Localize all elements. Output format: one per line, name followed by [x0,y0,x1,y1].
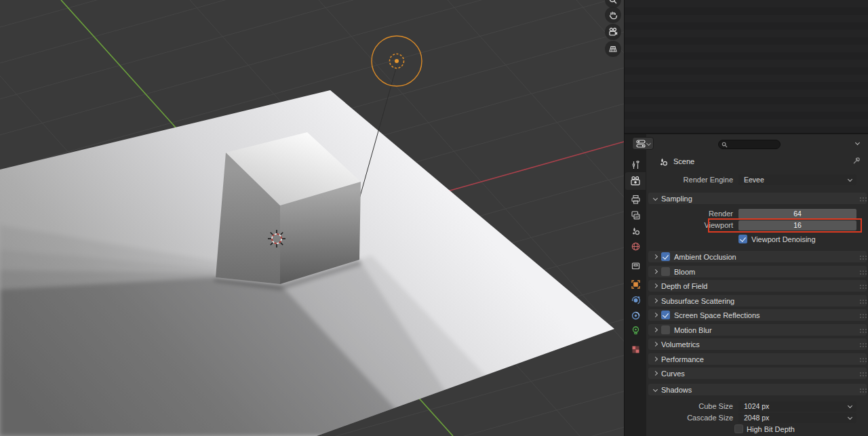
search-input[interactable] [730,141,777,148]
cube-size-value: 1024 px [744,402,769,410]
tab-world[interactable] [625,238,646,254]
panel-drag-handle[interactable] [860,271,861,272]
section-title: Shadows [661,386,692,394]
high-bit-depth-checkbox[interactable] [734,424,743,433]
panel-drag-handle[interactable] [860,358,861,359]
search-box[interactable] [718,140,781,149]
section-title: Performance [661,355,704,363]
viewport-denoising-checkbox[interactable] [738,235,747,243]
collection-box-icon [631,260,641,271]
light-bulb-icon [631,325,641,336]
tab-object-data-light[interactable] [625,322,646,338]
ambient-occlusion-checkbox[interactable] [661,252,670,261]
expand-icon [653,196,658,201]
tab-tool[interactable] [625,157,646,173]
expand-icon [653,371,658,376]
pan-hand-icon [608,10,618,20]
orthographic-toggle-button[interactable] [605,41,621,57]
tab-output[interactable] [625,191,646,207]
tab-object[interactable] [625,276,646,292]
chevron-down-icon [848,403,852,408]
expand-icon [653,387,658,392]
section-volumetrics[interactable]: Volumetrics [648,338,867,350]
pin-icon[interactable] [852,157,861,165]
viewport-canvas [0,0,624,436]
section-ambient-occlusion[interactable]: Ambient Occlusion [648,251,867,262]
pan-button[interactable] [605,7,621,23]
properties-header-row [646,134,868,153]
render-engine-label: Render Engine [684,176,733,184]
viewport-samples-highlight-box [708,218,862,233]
sampling-render-row: Render 64 [646,209,868,219]
cascade-size-label: Cascade Size [687,414,733,422]
camera-view-button[interactable] [605,24,621,40]
expand-icon [653,283,658,288]
section-title: Motion Blur [674,326,712,334]
section-depth-of-field[interactable]: Depth of Field [648,280,867,292]
motion-blur-checkbox[interactable] [661,325,670,334]
physics-icon [631,295,641,305]
orthographic-grid-icon [608,44,618,54]
section-screen-space-reflections[interactable]: Screen Space Reflections [648,309,867,321]
tab-render[interactable] [625,172,646,190]
section-motion-blur[interactable]: Motion Blur [648,324,867,336]
section-shadows[interactable]: Shadows [648,384,867,395]
panel-drag-handle[interactable] [860,372,861,374]
scene-icon [658,157,669,167]
cube-size-select[interactable]: 1024 px [738,401,856,412]
tab-collection[interactable] [625,257,646,273]
expand-icon [653,269,658,274]
printer-icon [631,195,641,205]
tab-view-layer[interactable] [625,207,646,223]
panel-drag-handle[interactable] [860,343,861,344]
cascade-size-select[interactable]: 2048 px [738,413,856,423]
texture-checker-icon [631,344,641,355]
properties-editor-icon [636,140,646,148]
outliner-panel[interactable] [624,0,868,134]
camera-view-icon [608,27,618,37]
tab-constraints[interactable] [625,307,646,323]
bloom-checkbox[interactable] [661,267,670,276]
properties-content: Scene Render Engine Eevee Sampling [646,134,868,436]
panel-drag-handle[interactable] [860,314,861,315]
tab-scene[interactable] [625,222,646,239]
view-layer-icon [631,210,641,220]
tab-physics[interactable] [625,292,646,308]
3d-viewport[interactable] [0,0,624,436]
render-engine-select[interactable]: Eevee [738,174,856,185]
panel-drag-handle[interactable] [860,285,861,286]
scene-breadcrumb-label[interactable]: Scene [673,157,694,165]
render-samples-field[interactable]: 64 [738,209,856,219]
panel-drag-handle[interactable] [860,256,861,257]
search-icon [722,142,728,148]
expand-icon [653,298,658,303]
object-icon [631,279,641,290]
constraints-icon [631,311,641,321]
ssr-checkbox[interactable] [661,311,670,319]
high-bit-depth-label: High Bit Depth [747,425,795,433]
panel-drag-handle[interactable] [860,300,861,301]
blender-window: Scene Render Engine Eevee Sampling [0,0,868,436]
chevron-down-icon [848,415,852,420]
section-subsurface-scattering[interactable]: Subsurface Scattering [648,295,867,306]
panel-drag-handle[interactable] [860,197,861,199]
expand-icon [653,313,658,317]
panel-drag-handle[interactable] [860,329,861,330]
tab-texture[interactable] [625,341,646,357]
section-title: Screen Space Reflections [674,311,760,319]
section-sampling[interactable]: Sampling [648,193,867,204]
expand-icon [653,328,658,332]
chevron-down-icon [848,177,852,182]
section-title: Volumetrics [661,340,700,349]
properties-tab-strip [625,134,646,436]
section-bloom[interactable]: Bloom [648,266,867,277]
cascade-size-row: Cascade Size 2048 px [646,413,868,423]
viewport-denoising-row: Viewport Denoising [646,235,868,244]
filter-dropdown-icon[interactable] [855,140,860,145]
section-title: Bloom [674,268,695,276]
section-curves[interactable]: Curves [648,368,867,379]
panel-drag-handle[interactable] [860,389,861,390]
render-engine-row: Render Engine Eevee [646,174,868,185]
viewport-denoising-label: Viewport Denoising [751,235,816,243]
section-performance[interactable]: Performance [648,353,867,365]
